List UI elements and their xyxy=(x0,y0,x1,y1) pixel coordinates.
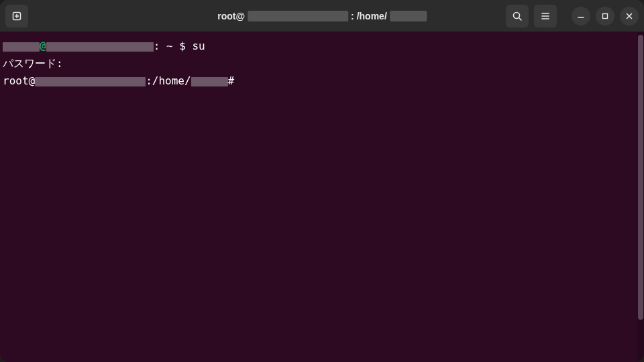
redacted-user xyxy=(191,77,228,86)
close-icon xyxy=(625,12,633,20)
svg-line-4 xyxy=(519,17,522,20)
maximize-button[interactable] xyxy=(596,7,614,25)
window-title: root@ : /home/ xyxy=(217,11,427,21)
scrollbar-thumb[interactable] xyxy=(638,35,643,320)
hash-prompt: # xyxy=(228,74,235,87)
tilde: ~ xyxy=(166,40,173,52)
new-tab-icon xyxy=(11,11,22,21)
svg-rect-9 xyxy=(603,13,608,18)
redacted-username xyxy=(3,42,40,52)
minimize-icon xyxy=(577,12,585,20)
search-icon xyxy=(512,11,523,21)
scrollbar[interactable] xyxy=(637,32,644,362)
path-mid: :/home/ xyxy=(146,74,191,87)
close-button[interactable] xyxy=(620,7,639,25)
root-prefix: root@ xyxy=(3,74,35,87)
hamburger-menu-button[interactable] xyxy=(534,5,557,27)
terminal-container: @: ~ $ su パスワード: root@:/home/# xyxy=(0,32,644,362)
terminal-line-1: @: ~ $ su xyxy=(3,38,635,55)
colon: : xyxy=(154,40,160,52)
maximize-icon xyxy=(601,12,609,20)
terminal-body[interactable]: @: ~ $ su パスワード: root@:/home/# xyxy=(0,32,637,362)
command-text: su xyxy=(192,40,205,52)
hamburger-icon xyxy=(540,11,551,21)
titlebar-left xyxy=(5,5,28,27)
redacted-hostname xyxy=(35,77,146,86)
redacted-user xyxy=(390,11,427,21)
minimize-button[interactable] xyxy=(572,7,590,25)
terminal-line-3: root@:/home/# xyxy=(3,72,635,90)
redacted-hostname xyxy=(46,42,154,52)
search-button[interactable] xyxy=(506,5,529,27)
new-tab-button[interactable] xyxy=(5,5,28,27)
terminal-line-2: パスワード: xyxy=(3,55,635,72)
title-prefix: root@ xyxy=(217,11,245,21)
titlebar-right xyxy=(506,5,639,27)
at-sign: @ xyxy=(40,40,46,52)
terminal-window: root@ : /home/ xyxy=(0,0,644,362)
redacted-hostname xyxy=(248,11,348,21)
title-mid: : /home/ xyxy=(351,11,387,21)
titlebar: root@ : /home/ xyxy=(0,0,644,32)
dollar-prompt: $ xyxy=(179,40,186,52)
